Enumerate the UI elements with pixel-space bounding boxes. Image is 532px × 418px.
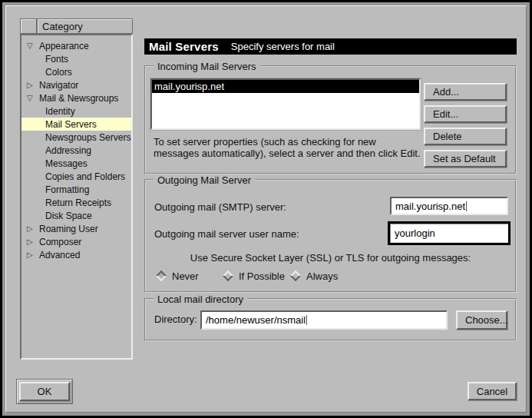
tree-item-identity[interactable]: Identity — [21, 104, 131, 118]
tree-item-label: Addressing — [45, 145, 91, 156]
radio-unselected-icon[interactable] — [290, 270, 301, 281]
ssl-caption: Use Secure Socket Layer (SSL) or TLS for… — [146, 252, 515, 264]
incoming-help-text: To set server properties (such as checki… — [154, 136, 422, 159]
radio-if-possible[interactable]: If Possible — [223, 269, 285, 283]
tree-item-fonts[interactable]: Fonts — [21, 52, 131, 65]
tree-item-label: Disk Space — [45, 211, 92, 221]
collapsed-triangle-icon[interactable]: ▷ — [27, 237, 39, 246]
choose-button[interactable]: Choose... — [456, 310, 507, 330]
set-as-default-button[interactable]: Set as Default — [424, 150, 507, 168]
radio-label: If Possible — [239, 270, 285, 282]
collapsed-triangle-icon[interactable]: ▷ — [27, 250, 39, 259]
radio-label: Always — [306, 270, 338, 282]
tree-item-label: Mail & Newsgroups — [39, 93, 118, 104]
delete-button[interactable]: Delete — [424, 128, 507, 145]
tree-item-appearance[interactable]: ▽ Appearance — [21, 39, 131, 52]
tree-item-label: Roaming User — [39, 224, 98, 234]
tree-item-disk-space[interactable]: Disk Space — [21, 209, 131, 222]
add-button[interactable]: Add... — [424, 83, 507, 101]
tree-header-label: Category — [37, 18, 133, 34]
tree-item-label: Newsgroups Servers — [45, 132, 131, 143]
default-button-frame: OK — [16, 379, 73, 404]
tree-item-label: Copies and Folders — [45, 171, 125, 182]
tree-item-label: Advanced — [39, 250, 80, 260]
page-subtitle: Specify servers for mail — [231, 41, 335, 52]
smtp-server-input[interactable]: mail.yourisp.net — [390, 197, 508, 215]
tree-item-label: Messages — [45, 158, 88, 169]
text-cursor — [466, 201, 467, 211]
tree-item-return-receipts[interactable]: Return Receipts — [21, 196, 131, 209]
tree-item-newsgroups-servers[interactable]: Newsgroups Servers — [21, 131, 131, 144]
group-legend: Incoming Mail Servers — [154, 61, 260, 72]
tree-item-composer[interactable]: ▷ Composer — [21, 235, 131, 248]
tree-item-formatting[interactable]: Formatting — [21, 183, 131, 196]
smtp-server-label: Outgoing mail (SMTP) server: — [154, 201, 286, 213]
cancel-button[interactable]: Cancel — [468, 382, 517, 400]
collapsed-triangle-icon[interactable]: ▷ — [27, 224, 39, 233]
radio-always[interactable]: Always — [290, 269, 338, 283]
radio-selected-icon[interactable] — [156, 270, 167, 281]
tree-item-label: Colors — [45, 67, 72, 78]
tree-item-mail-servers[interactable]: Mail Servers — [21, 118, 131, 131]
radio-label: Never — [172, 270, 199, 282]
edit-button[interactable]: Edit... — [424, 105, 507, 123]
ok-button[interactable]: OK — [19, 382, 70, 401]
local-mail-directory-group: Local mail directory Directory: /home/ne… — [144, 298, 517, 341]
tree-item-label: Identity — [45, 106, 75, 117]
group-legend: Local mail directory — [154, 294, 247, 305]
tree-item-navigator[interactable]: ▷ Navigator — [21, 78, 131, 91]
tree-item-addressing[interactable]: Addressing — [21, 144, 131, 157]
incoming-servers-list[interactable]: mail.yourisp.net — [150, 78, 421, 130]
tree-item-colors[interactable]: Colors — [21, 65, 131, 78]
category-tree: ▽ Appearance Fonts Colors ▷ Navigator ▽ … — [20, 34, 133, 360]
smtp-username-value: yourlogin — [395, 227, 435, 239]
tree-item-label: Appearance — [39, 41, 89, 51]
tree-item-advanced[interactable]: ▷ Advanced — [21, 248, 131, 261]
expanded-triangle-icon[interactable]: ▽ — [27, 41, 39, 50]
radio-unselected-icon[interactable] — [223, 270, 233, 281]
smtp-username-label: Outgoing mail server user name: — [154, 228, 299, 240]
list-item-server[interactable]: mail.yourisp.net — [152, 80, 419, 93]
text-cursor — [306, 315, 307, 325]
smtp-username-input[interactable]: yourlogin — [390, 224, 508, 243]
preferences-dialog: Category ▽ Appearance Fonts Colors ▷ Nav… — [0, 0, 532, 418]
tree-item-label: Navigator — [39, 80, 78, 91]
directory-label: Directory: — [154, 314, 197, 325]
smtp-server-value: mail.yourisp.net — [395, 201, 465, 212]
page-title-bar: Mail Servers Specify servers for mail — [144, 38, 517, 55]
tree-item-label: Fonts — [45, 54, 68, 65]
smtp-username-focus-ring: yourlogin — [388, 221, 511, 245]
tree-header-spacer — [20, 18, 37, 34]
group-legend: Outgoing Mail Server — [154, 174, 255, 186]
tree-item-roaming-user[interactable]: ▷ Roaming User — [21, 222, 131, 235]
incoming-mail-servers-group: Incoming Mail Servers mail.yourisp.net T… — [144, 65, 517, 174]
collapsed-triangle-icon[interactable]: ▷ — [27, 81, 39, 89]
tree-header: Category — [20, 18, 133, 34]
directory-value: /home/newuser/nsmail — [206, 314, 306, 326]
outgoing-mail-server-group: Outgoing Mail Server Outgoing mail (SMTP… — [144, 179, 517, 293]
tree-item-label: Composer — [39, 237, 81, 247]
directory-input[interactable]: /home/newuser/nsmail — [200, 310, 448, 330]
radio-never[interactable]: Never — [156, 269, 199, 283]
tree-item-copies-and-folders[interactable]: Copies and Folders — [21, 170, 131, 183]
tree-item-label: Return Receipts — [45, 197, 111, 208]
tree-item-label: Mail Servers — [45, 119, 97, 130]
tree-item-mail-newsgroups[interactable]: ▽ Mail & Newsgroups — [21, 91, 131, 104]
expanded-triangle-icon[interactable]: ▽ — [27, 94, 39, 102]
tree-item-label: Formatting — [45, 184, 89, 195]
page-title: Mail Servers — [149, 40, 219, 53]
tree-item-messages[interactable]: Messages — [21, 157, 131, 170]
